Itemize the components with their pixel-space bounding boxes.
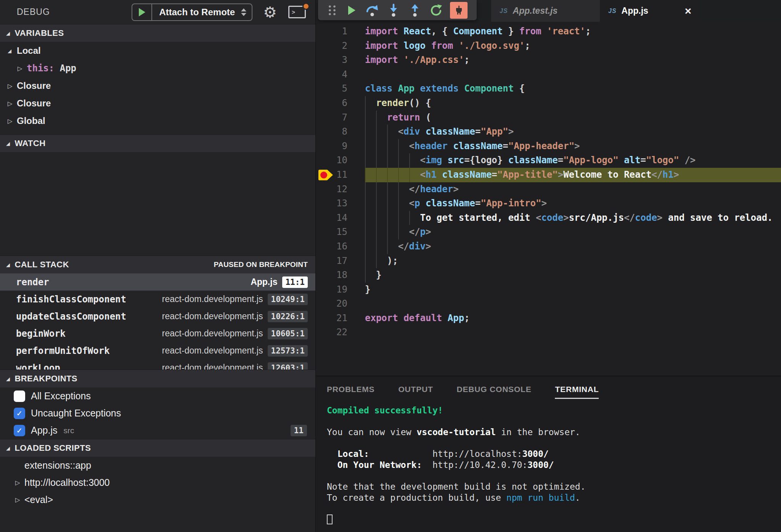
indent-guide-line — [387, 153, 388, 168]
indent-guide-line — [365, 111, 366, 125]
scope-row[interactable]: ▷Global — [0, 112, 315, 130]
code-token: header — [420, 184, 453, 194]
section-header-variables[interactable]: ◢ VARIABLES — [0, 24, 315, 42]
code-line[interactable]: 9 <header className="App-header"> — [316, 139, 781, 154]
code-line[interactable]: 1import React, { Component } from 'react… — [316, 24, 781, 39]
frame-name: workLoop — [16, 363, 60, 370]
code-line[interactable]: 19} — [316, 283, 781, 297]
code-line[interactable]: 3import './App.css'; — [316, 53, 781, 68]
code-line[interactable]: 10 <img src={logo} className="App-logo" … — [316, 153, 781, 168]
code-token — [437, 169, 442, 180]
code-line[interactable]: 5class App extends Component { — [316, 82, 781, 96]
scope-row[interactable]: ◢Local — [0, 42, 315, 59]
loaded-script-row[interactable]: ▷<eval> — [0, 491, 315, 508]
scope-row[interactable]: ▷Closure — [0, 77, 315, 95]
indent-guide-line — [365, 225, 366, 239]
scope-label: Global — [17, 116, 45, 126]
gutter-line-number: 15 — [316, 225, 365, 239]
code-line[interactable]: 14 To get started, edit <code>src/App.js… — [316, 211, 781, 225]
code-token: Component — [464, 83, 514, 94]
bottom-panel: PROBLEMSOUTPUTDEBUG CONSOLETERMINAL Comp… — [316, 376, 781, 532]
step-over-button[interactable] — [362, 3, 383, 17]
code-editor[interactable]: 1import React, { Component } from 'react… — [316, 22, 781, 376]
indent-guide-line — [387, 182, 388, 197]
indent-guide-line — [365, 139, 366, 154]
code-line[interactable]: 2import logo from './logo.svg'; — [316, 39, 781, 53]
panel-tab-debug-console[interactable]: DEBUG CONSOLE — [457, 385, 532, 399]
gutter-line-number: 7 — [316, 111, 365, 125]
stack-frame-row[interactable]: workLoopreact-dom.development.js12603:1 — [0, 359, 315, 370]
toolbar-drag-grip[interactable] — [324, 4, 340, 16]
frame-file: react-dom.development.js — [162, 363, 263, 370]
indent-guide-line — [409, 211, 410, 225]
code-line[interactable]: 16 </div> — [316, 239, 781, 254]
step-into-button[interactable] — [383, 3, 404, 17]
tab-app-js[interactable]: JSApp.js× — [600, 0, 700, 22]
checkbox-checked[interactable]: ✓ — [14, 425, 25, 436]
frame-location-badge: 11:1 — [282, 276, 308, 288]
loaded-script-row[interactable]: extensions::app — [0, 457, 315, 474]
stack-frame-row[interactable]: finishClassComponentreact-dom.developmen… — [0, 291, 315, 308]
disconnect-button-wrap — [447, 2, 471, 19]
code-line[interactable]: 17 ); — [316, 254, 781, 268]
section-header-loaded-scripts[interactable]: ◢ LOADED SCRIPTS — [0, 439, 315, 457]
panel-tab-output[interactable]: OUTPUT — [398, 385, 433, 399]
code-line[interactable]: 8 <div className="App"> — [316, 125, 781, 139]
loaded-script-row[interactable]: ▷http://localhost:3000 — [0, 474, 315, 491]
restart-button[interactable] — [426, 4, 447, 17]
section-header-breakpoints[interactable]: ◢ BREAKPOINTS — [0, 370, 315, 387]
stack-frame-row[interactable]: performUnitOfWorkreact-dom.development.j… — [0, 342, 315, 359]
close-icon[interactable]: × — [685, 5, 691, 17]
code-line[interactable]: 7 return ( — [316, 111, 781, 125]
indent-guide-line — [365, 211, 366, 225]
tab-app-test-js[interactable]: JSApp.test.js — [491, 0, 600, 22]
checkbox-unchecked[interactable] — [14, 391, 25, 402]
code-token — [365, 212, 420, 223]
code-line[interactable]: 20 — [316, 297, 781, 311]
panel-tab-terminal[interactable]: TERMINAL — [555, 385, 599, 399]
code-token: return — [387, 112, 420, 123]
debug-configuration-select[interactable]: Attach to Remote — [152, 4, 252, 20]
code-line[interactable]: 21export default App; — [316, 311, 781, 326]
open-debug-console-button[interactable]: > — [288, 6, 306, 18]
terminal-line — [327, 438, 781, 449]
checkbox-checked[interactable]: ✓ — [14, 408, 25, 419]
start-debugging-button[interactable] — [132, 4, 152, 20]
gear-icon[interactable]: ⚙ — [263, 5, 277, 20]
code-line[interactable]: 4 — [316, 68, 781, 82]
section-header-call-stack[interactable]: ◢ CALL STACK PAUSED ON BREAKPOINT — [0, 256, 315, 273]
variable-row[interactable]: ▷this: App — [0, 59, 315, 77]
terminal-output[interactable]: Compiled successfully! You can now view … — [327, 405, 781, 525]
frame-name: performUnitOfWork — [16, 346, 110, 356]
stack-frame-row[interactable]: beginWorkreact-dom.development.js10605:1 — [0, 325, 315, 342]
terminal-line — [327, 471, 781, 482]
stack-frame-row[interactable]: updateClassComponentreact-dom.developmen… — [0, 308, 315, 325]
code-line[interactable]: 22 — [316, 325, 781, 340]
indent-guide-line — [376, 125, 377, 139]
gutter-line-number: 12 — [316, 182, 365, 197]
code-token: h1 — [426, 169, 437, 180]
stack-frame-row[interactable]: renderApp.js11:1 — [0, 273, 315, 291]
code-line-content: </header> — [365, 182, 781, 197]
breakpoint-row[interactable]: ✓App.jssrc11 — [0, 422, 315, 439]
code-line[interactable]: 11 <h1 className="App-title">Welcome to … — [316, 168, 781, 182]
breakpoint-row[interactable]: All Exceptions — [0, 387, 315, 405]
code-token: "App-header" — [508, 141, 574, 151]
code-line[interactable]: 18 } — [316, 268, 781, 283]
disconnect-button[interactable] — [450, 2, 468, 19]
code-line[interactable]: 6 render() { — [316, 96, 781, 111]
code-line[interactable]: 13 <p className="App-intro"> — [316, 196, 781, 211]
scope-row[interactable]: ▷Closure — [0, 95, 315, 112]
code-line-content: class App extends Component { — [365, 82, 781, 96]
code-line[interactable]: 12 </header> — [316, 182, 781, 197]
step-out-button[interactable] — [404, 3, 426, 17]
breakpoint-row[interactable]: ✓Uncaught Exceptions — [0, 405, 315, 422]
loaded-script-label: <eval> — [24, 494, 53, 505]
code-token: "App-intro" — [480, 198, 541, 209]
code-line[interactable]: 15 </p> — [316, 225, 781, 239]
panel-tab-problems[interactable]: PROBLEMS — [327, 385, 374, 399]
tab-label: App.js — [622, 6, 648, 16]
section-header-watch[interactable]: ◢ WATCH — [0, 134, 315, 152]
code-token: < — [536, 212, 541, 223]
continue-button[interactable] — [340, 5, 362, 16]
